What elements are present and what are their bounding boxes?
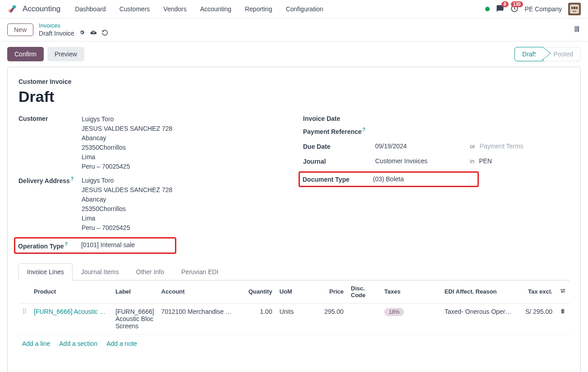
nav-customers[interactable]: Customers [114, 3, 156, 15]
svg-rect-6 [571, 7, 578, 9]
add-line-link[interactable]: Add a line [22, 340, 50, 347]
col-label[interactable]: Label [112, 280, 158, 303]
col-uom[interactable]: UoM [276, 280, 306, 303]
col-adjust[interactable] [556, 280, 570, 303]
breadcrumb: Invoices Draft Invoice [39, 22, 108, 37]
operation-type-value[interactable]: [0101] Internal sale [81, 241, 172, 250]
invoice-date-value[interactable] [375, 115, 570, 122]
col-disc[interactable]: Disc. Code [347, 280, 381, 303]
payment-ref-value[interactable] [375, 127, 570, 135]
col-price[interactable]: Price [306, 280, 347, 303]
col-taxes[interactable]: Taxes [381, 280, 441, 303]
bookmark-icon[interactable] [574, 25, 581, 35]
cell-account[interactable]: 7012100 Merchandise -… [158, 303, 237, 334]
nav-vendors[interactable]: Vendors [158, 3, 192, 15]
status-draft[interactable]: Draft [514, 47, 543, 61]
nav-configuration[interactable]: Configuration [280, 3, 329, 15]
cell-taxes[interactable]: 18% [381, 303, 441, 334]
messages-badge: 8 [501, 1, 509, 7]
due-date-value[interactable]: 09/19/2024 [375, 142, 465, 150]
nav-reporting[interactable]: Reporting [239, 3, 278, 15]
payment-ref-label-text: Payment Reference [303, 128, 362, 135]
tab-other-info[interactable]: Other Info [128, 263, 173, 280]
field-due-date: Due Date 09/19/2024 or Payment Terms [303, 142, 570, 150]
tab-peruvian-edi[interactable]: Peruvian EDI [173, 263, 227, 280]
tabs: Invoice Lines Journal Items Other Info P… [18, 263, 570, 280]
due-date-value-group: 09/19/2024 or Payment Terms [375, 142, 570, 150]
help-icon[interactable]: ? [363, 127, 365, 132]
top-nav: Accounting Dashboard Customers Vendors A… [0, 0, 588, 18]
nav-items: Dashboard Customers Vendors Accounting R… [69, 3, 329, 15]
company-name[interactable]: PE Company [525, 5, 562, 13]
journal-value[interactable]: Customer Invoices [375, 157, 465, 165]
cell-quantity[interactable]: 1.00 [237, 303, 276, 334]
currency-value[interactable]: PEN [479, 157, 492, 165]
cell-price[interactable]: 295.00 [306, 303, 347, 334]
activities-icon[interactable]: 130 [510, 5, 519, 14]
add-section-link[interactable]: Add a section [59, 340, 97, 347]
app-logo[interactable] [7, 4, 18, 14]
payment-ref-label: Payment Reference? [303, 127, 375, 135]
table-row[interactable]: ⠿ [FURN_6666] Acoustic Blo [FURN_6666] A… [18, 303, 570, 334]
cell-tax-excl[interactable]: S/ 295.00 [518, 303, 556, 334]
customer-line: Peru – 70025425 [82, 162, 285, 171]
col-edi[interactable]: EDI Affect. Reason [441, 280, 518, 303]
breadcrumb-parent[interactable]: Invoices [39, 22, 108, 29]
cell-disc[interactable] [347, 303, 381, 334]
drag-handle[interactable]: ⠿ [18, 303, 30, 334]
table-header-row: Product Label Account Quantity UoM Price… [18, 280, 570, 303]
tab-journal-items[interactable]: Journal Items [73, 263, 128, 280]
cell-uom[interactable]: Units [276, 303, 306, 334]
document-type-value[interactable]: (03) Boleta [373, 175, 475, 183]
tab-invoice-lines[interactable]: Invoice Lines [18, 263, 73, 280]
new-button[interactable]: New [7, 23, 33, 36]
doc-type-label: Customer Invoice [18, 78, 570, 85]
cell-delete[interactable] [556, 303, 570, 334]
field-invoice-date: Invoice Date [303, 115, 570, 122]
add-links: Add a line Add a section Add a note [18, 335, 570, 365]
payment-terms-input[interactable]: Payment Terms [480, 142, 524, 150]
help-icon[interactable]: ? [65, 242, 68, 247]
preview-button[interactable]: Preview [47, 47, 84, 61]
trash-icon[interactable] [560, 308, 566, 316]
cell-product[interactable]: [FURN_6666] Acoustic Blo [30, 303, 112, 334]
delivery-line: Luigys Toro [82, 176, 285, 185]
nav-dashboard[interactable]: Dashboard [69, 3, 111, 15]
messages-icon[interactable]: 8 [496, 5, 504, 14]
col-account[interactable]: Account [158, 280, 237, 303]
delivery-label-text: Delivery Address [18, 177, 70, 184]
connection-status-icon [485, 7, 490, 11]
delivery-value[interactable]: Luigys Toro JESUS VALDES SANCHEZ 728 Aba… [82, 176, 285, 233]
nav-accounting[interactable]: Accounting [195, 3, 237, 15]
field-delivery: Delivery Address? Luigys Toro JESUS VALD… [18, 176, 285, 233]
invoice-lines-table: Product Label Account Quantity UoM Price… [18, 280, 570, 335]
action-bar: Confirm Preview Draft Posted [0, 41, 588, 67]
customer-line: Abancay [82, 133, 285, 143]
delivery-line: JESUS VALDES SANCHEZ 728 [82, 185, 285, 195]
avatar[interactable] [568, 3, 581, 15]
undo-icon[interactable] [101, 29, 108, 37]
app-name[interactable]: Accounting [23, 5, 60, 14]
add-note-link[interactable]: Add a note [106, 340, 137, 347]
cell-label[interactable]: [FURN_6666] Acoustic Bloc Screens [112, 303, 158, 334]
document-type-label: Document Type [303, 175, 373, 183]
columns-adjust-icon[interactable] [560, 289, 566, 295]
col-quantity[interactable]: Quantity [237, 280, 276, 303]
customer-value[interactable]: Luigys Toro JESUS VALDES SANCHEZ 728 Aba… [82, 115, 285, 171]
status-posted[interactable]: Posted [543, 47, 581, 61]
col-tax-excl[interactable]: Tax excl. [518, 280, 556, 303]
tax-chip[interactable]: 18% [384, 308, 404, 316]
gear-icon[interactable] [79, 29, 85, 37]
confirm-button[interactable]: Confirm [7, 47, 44, 61]
field-operation-type: Operation Type? [0101] Internal sale [18, 241, 172, 250]
field-customer: Customer Luigys Toro JESUS VALDES SANCHE… [18, 115, 285, 171]
field-payment-reference: Payment Reference? [303, 127, 570, 135]
help-icon[interactable]: ? [71, 176, 74, 181]
col-product[interactable]: Product [30, 280, 112, 303]
document-type-highlight: Document Type (03) Boleta [299, 171, 479, 187]
journal-value-group: Customer Invoices in PEN [375, 157, 570, 165]
delivery-line: Lima [82, 214, 285, 223]
cloud-upload-icon[interactable] [90, 29, 97, 37]
operation-type-highlight: Operation Type? [0101] Internal sale [14, 237, 176, 254]
cell-edi[interactable]: Taxed- Onerous Opera… [441, 303, 518, 334]
